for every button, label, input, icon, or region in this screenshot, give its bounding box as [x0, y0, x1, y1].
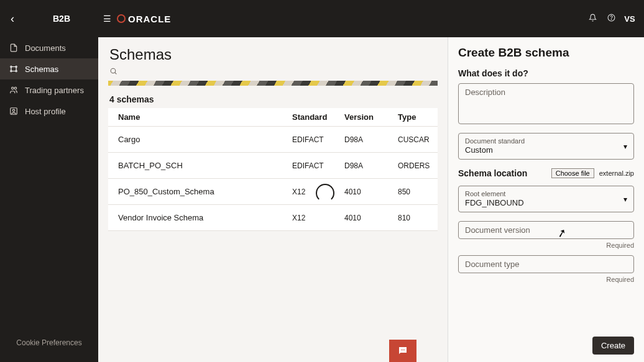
svg-point-4 [11, 70, 12, 71]
create-button[interactable]: Create [592, 337, 634, 355]
schema-icon [9, 65, 19, 73]
description-field[interactable]: Description [458, 83, 634, 124]
required-text: Required [458, 276, 634, 283]
oracle-logo: ORACLE [117, 14, 171, 24]
svg-point-12 [401, 350, 402, 351]
sidebar-item-documents[interactable]: Documents [0, 37, 98, 58]
sidebar-item-host-profile[interactable]: Host profile [0, 101, 98, 122]
document-version-field[interactable]: Document version [458, 221, 634, 239]
cell-version: D98A [344, 135, 398, 144]
root-element-label: Root element [465, 190, 627, 197]
col-type[interactable]: Type [398, 112, 438, 122]
cell-standard: EDIFACT [292, 161, 344, 170]
panel-title: Create B2B schema [458, 46, 634, 60]
sidebar-item-label: Schemas [25, 65, 58, 74]
chevron-down-icon: ▾ [623, 142, 627, 151]
loading-spinner-icon [316, 184, 334, 202]
root-element-select[interactable]: Root element FDG_INBOUND ▾ [458, 186, 634, 212]
chat-button[interactable] [389, 340, 416, 362]
sidebar-item-label: Trading partners [25, 86, 84, 95]
table-header: Name Standard Version Type [108, 108, 438, 127]
cell-version: 4010 [344, 188, 398, 196]
sidebar: Documents Schemas Trading partners Host … [0, 37, 98, 362]
document-standard-value: Custom [465, 145, 627, 155]
help-icon[interactable] [602, 14, 620, 24]
description-placeholder: Description [465, 88, 627, 97]
table-row[interactable]: Vendor Invoice Schema X12 4010 810 [108, 205, 438, 231]
banner-stripe [108, 81, 438, 86]
cell-type: CUSCAR [398, 135, 438, 144]
user-initials[interactable]: VS [620, 14, 639, 24]
cell-type: 810 [398, 214, 438, 222]
top-bar: ‹ B2B ☰ ORACLE VS [0, 0, 644, 37]
document-type-field[interactable]: Document type [458, 255, 634, 273]
document-standard-label: Document standard [465, 137, 627, 145]
hamburger-icon[interactable]: ☰ [101, 14, 113, 24]
chat-icon [397, 345, 408, 356]
sidebar-item-label: Host profile [25, 107, 66, 116]
svg-point-1 [611, 19, 612, 20]
logo-circle-icon [117, 14, 126, 23]
sidebar-item-trading-partners[interactable]: Trading partners [0, 79, 98, 101]
choose-file-button[interactable]: Choose file [551, 168, 594, 178]
schema-location-label: Schema location [458, 168, 527, 178]
svg-point-3 [16, 66, 17, 67]
cell-version: 4010 [344, 214, 398, 222]
schema-count: 4 schemas [98, 86, 448, 108]
cell-type: ORDERS [398, 161, 438, 170]
required-text: Required [458, 242, 634, 249]
file-name: external.zip [599, 170, 634, 177]
schemas-table: Name Standard Version Type Cargo EDIFACT… [108, 108, 438, 231]
main-content: Schemas 4 schemas Name Standard Version … [98, 37, 448, 362]
table-row[interactable]: PO_850_Custom_Schema X12 4010 850 [108, 179, 438, 205]
chevron-down-icon: ▾ [623, 195, 627, 204]
cell-version: D98A [344, 161, 398, 170]
svg-point-9 [12, 109, 15, 112]
svg-point-5 [16, 70, 17, 71]
table-row[interactable]: Cargo EDIFACT D98A CUSCAR [108, 127, 438, 153]
document-standard-select[interactable]: Document standard Custom ▾ [458, 133, 634, 160]
cell-standard: X12 [292, 214, 344, 222]
svg-point-10 [111, 68, 116, 73]
col-standard[interactable]: Standard [292, 112, 344, 122]
notifications-icon[interactable] [583, 14, 602, 24]
create-schema-panel: Create B2B schema What does it do? Descr… [448, 37, 644, 362]
search-icon [109, 67, 117, 75]
svg-line-11 [115, 73, 117, 75]
svg-point-7 [14, 87, 17, 89]
cookie-preferences-link[interactable]: Cookie Preferences [0, 338, 98, 347]
cell-type: 850 [398, 188, 438, 196]
document-version-placeholder: Document version [465, 225, 627, 235]
logo-text: ORACLE [128, 14, 171, 24]
page-title: Schemas [98, 37, 448, 67]
sidebar-item-label: Documents [25, 43, 66, 53]
sidebar-item-schemas[interactable]: Schemas [0, 58, 98, 79]
cell-name: Vendor Invoice Schema [108, 213, 292, 222]
cell-name: Cargo [108, 135, 292, 144]
partners-icon [9, 86, 19, 94]
cell-name: BATCH_PO_SCH [108, 161, 292, 170]
cell-name: PO_850_Custom_Schema [108, 187, 292, 196]
what-does-it-do-label: What does it do? [458, 68, 634, 78]
svg-point-2 [11, 66, 12, 67]
document-icon [9, 43, 19, 52]
root-element-value: FDG_INBOUND [465, 198, 627, 208]
profile-icon [9, 107, 19, 115]
back-button[interactable]: ‹ [0, 12, 25, 25]
col-name[interactable]: Name [108, 112, 292, 122]
app-title: B2B [25, 14, 98, 24]
document-type-placeholder: Document type [465, 260, 627, 269]
svg-point-14 [404, 350, 405, 351]
svg-point-13 [402, 350, 403, 351]
cell-standard: EDIFACT [292, 135, 344, 144]
table-row[interactable]: BATCH_PO_SCH EDIFACT D98A ORDERS [108, 153, 438, 179]
col-version[interactable]: Version [344, 112, 398, 122]
svg-point-6 [12, 87, 14, 89]
search-button[interactable] [98, 67, 448, 81]
